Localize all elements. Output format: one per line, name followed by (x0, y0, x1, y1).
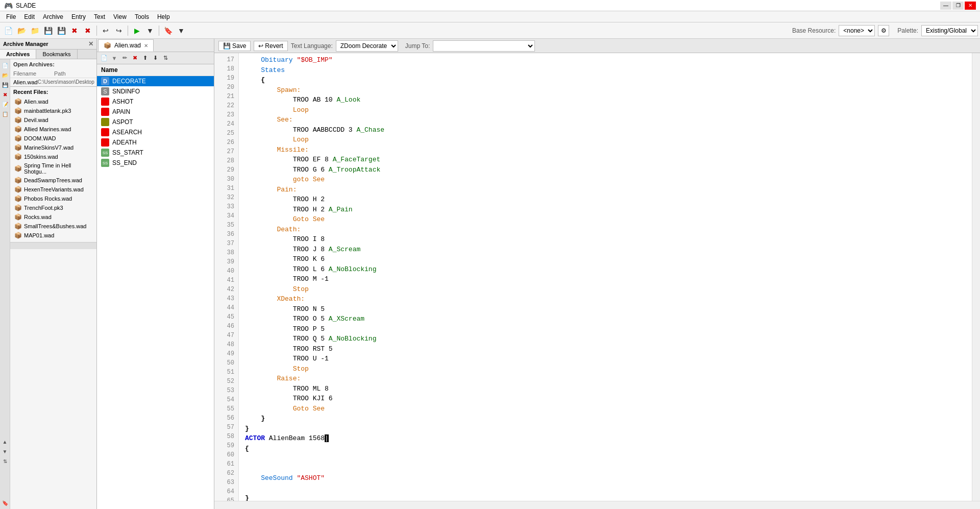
editor-save-button[interactable]: 💾 Save (218, 41, 251, 51)
recent-file-item[interactable]: 📦Spring Time in Hell Shotgu... (13, 161, 93, 176)
lp-save-icon[interactable]: 💾 (1, 81, 9, 89)
code-editor[interactable]: 1718192021 2223242526 2728293031 3233343… (214, 53, 980, 501)
editor-scrollbar[interactable] (972, 53, 980, 501)
menu-archive[interactable]: Archive (39, 12, 67, 21)
left-panel-scrollbar[interactable] (10, 242, 96, 249)
recent-file-item[interactable]: 📦DeadSwampTrees.wad (13, 176, 93, 185)
left-panel-inner: 📄 📂 💾 ✖ 📝 📋 ▲ ▼ ⇅ 🔖 Open Archives: Filen… (0, 59, 96, 509)
redo-button[interactable]: ↪ (113, 25, 125, 37)
code-content[interactable]: Obituary "$OB_IMP" States { Spawn: TROO … (239, 53, 972, 501)
recent-file-item[interactable]: 📦Devil.wad (13, 115, 93, 125)
ap-new-entry-button[interactable]: 📄 (99, 53, 109, 63)
save-icon: 💾 (223, 42, 231, 50)
recent-file-item[interactable]: 📦TrenchFoot.pk3 (13, 203, 93, 212)
menu-text[interactable]: Text (90, 12, 109, 21)
file-name: APAIN (112, 108, 130, 115)
save-button[interactable]: 💾 (42, 25, 54, 37)
undo-button[interactable]: ↩ (100, 25, 112, 37)
recent-file-item[interactable]: 📦Allied Marines.wad (13, 125, 93, 134)
run-options-button[interactable]: ▼ (144, 25, 156, 37)
file-name: SS_START (112, 149, 143, 156)
recent-file-item[interactable]: 📦SmallTrees&Bushes.wad (13, 222, 93, 231)
maximize-button[interactable]: ❐ (952, 2, 964, 10)
menu-file[interactable]: File (2, 12, 20, 21)
file-entry-adeath[interactable]: ADEATH (97, 137, 214, 148)
tab-archives[interactable]: Archives (0, 50, 36, 59)
base-resource-select[interactable]: <none> (839, 25, 875, 36)
ss-icon: SS (101, 159, 109, 167)
lp-open-icon[interactable]: 📂 (1, 71, 9, 79)
bookmark-button[interactable]: 🔖 (162, 25, 174, 37)
ap-import-button[interactable]: ⬆ (140, 53, 150, 63)
recent-file-item[interactable]: 📦150skins.wad (13, 152, 93, 161)
ap-sort-button[interactable]: ⇅ (160, 53, 170, 63)
recent-file-item[interactable]: 📦DOOM.WAD (13, 134, 93, 143)
lp-content: Open Archives: Filename Path Alien.wad C… (10, 59, 96, 509)
lp-bookmark-icon[interactable]: 🔖 (1, 499, 9, 507)
file-entry-ashot[interactable]: ASHOT (97, 96, 214, 107)
close-all-button[interactable]: ✖ (82, 25, 94, 37)
tab-close-button[interactable]: ✕ (144, 43, 148, 49)
file-entry-ss-start[interactable]: SS SS_START (97, 148, 214, 158)
tab-label: Alien.wad (114, 42, 141, 49)
editor-toolbar: 💾 Save ↩ Revert Text Language: ZDoom Dec… (214, 39, 980, 53)
bookmark-drop-button[interactable]: ▼ (175, 25, 187, 37)
archive-manager-close-button[interactable]: ✕ (88, 40, 93, 47)
tab-bookmarks[interactable]: Bookmarks (36, 50, 77, 59)
pk3-icon: 📦 (14, 107, 22, 114)
archive-tab-alien-wad[interactable]: 📦 Alien.wad ✕ (98, 39, 154, 52)
open-recent-button[interactable]: 📁 (29, 25, 41, 37)
run-button[interactable]: ▶ (131, 25, 143, 37)
file-entry-sndinfo[interactable]: S SNDINFO (97, 86, 214, 96)
save-as-button[interactable]: 💾 (55, 25, 67, 37)
pk3-icon: 📦 (14, 204, 22, 211)
lp-script-icon[interactable]: 📝 (1, 100, 9, 108)
lp-script2-icon[interactable]: 📋 (1, 110, 9, 118)
menu-tools[interactable]: Tools (131, 12, 153, 21)
lp-sort-icon[interactable]: ⇅ (1, 457, 9, 465)
wad-icon: 📦 (14, 195, 22, 202)
recent-file-item[interactable]: 📦MarineSkinsV7.wad (13, 143, 93, 152)
menu-entry[interactable]: Entry (67, 12, 90, 21)
lp-new-icon[interactable]: 📄 (1, 61, 9, 69)
archive-row[interactable]: Alien.wad C:\Users\mason\Desktop (10, 78, 96, 86)
lump-icon (101, 138, 109, 147)
archive-manager-header: Archive Manager ✕ (0, 39, 96, 50)
editor-revert-button[interactable]: ↩ Revert (254, 41, 287, 51)
file-entry-apain[interactable]: APAIN (97, 107, 214, 117)
file-entry-aspot[interactable]: ASPOT (97, 117, 214, 127)
recent-file-item[interactable]: 📦Alien.wad (13, 97, 93, 106)
ap-new-entry-drop-button[interactable]: ▼ (109, 53, 119, 63)
menu-help[interactable]: Help (153, 12, 174, 21)
new-button[interactable]: 📄 (2, 25, 14, 37)
palette-select[interactable]: Existing/Global (921, 25, 978, 36)
open-button[interactable]: 📂 (15, 25, 28, 37)
h-scrollbar[interactable] (214, 501, 980, 509)
base-resource-settings-button[interactable]: ⚙ (878, 25, 889, 36)
archive-manager-tabs: Archives Bookmarks (0, 50, 96, 59)
lp-down-icon[interactable]: ▼ (1, 447, 9, 455)
menu-edit[interactable]: Edit (20, 12, 39, 21)
minimize-button[interactable]: — (940, 2, 951, 10)
ap-export-button[interactable]: ⬇ (150, 53, 160, 63)
archive-panel-toolbar: 📄 ▼ ✏ ✖ ⬆ ⬇ ⇅ (97, 52, 214, 64)
recent-file-item[interactable]: 📦Phobos Rocks.wad (13, 194, 93, 203)
jump-to-select[interactable] (433, 40, 535, 52)
ap-delete-button[interactable]: ✖ (130, 53, 140, 63)
close-button[interactable]: ✕ (965, 2, 976, 10)
file-entry-asearch[interactable]: ASEARCH (97, 127, 214, 137)
recent-file-item[interactable]: 📦HexenTreeVariants.wad (13, 185, 93, 194)
text-language-select[interactable]: ZDoom Decorate None ZScript (336, 40, 398, 52)
ss-icon: SS (101, 149, 109, 157)
lp-delete-icon[interactable]: ✖ (1, 90, 9, 99)
recent-file-item[interactable]: 📦MAP01.wad (13, 231, 93, 240)
file-entry-decorate[interactable]: D DECORATE (97, 76, 214, 86)
close-archive-button[interactable]: ✖ (68, 25, 81, 37)
menu-view[interactable]: View (109, 12, 131, 21)
recent-file-item[interactable]: 📦mainbattletank.pk3 (13, 106, 93, 115)
recent-file-item[interactable]: 📦Rocks.wad (13, 212, 93, 222)
file-entry-ss-end[interactable]: SS SS_END (97, 158, 214, 168)
ap-rename-button[interactable]: ✏ (119, 53, 130, 63)
jump-to-label: Jump To: (405, 42, 430, 50)
lp-up-icon[interactable]: ▲ (1, 438, 9, 446)
